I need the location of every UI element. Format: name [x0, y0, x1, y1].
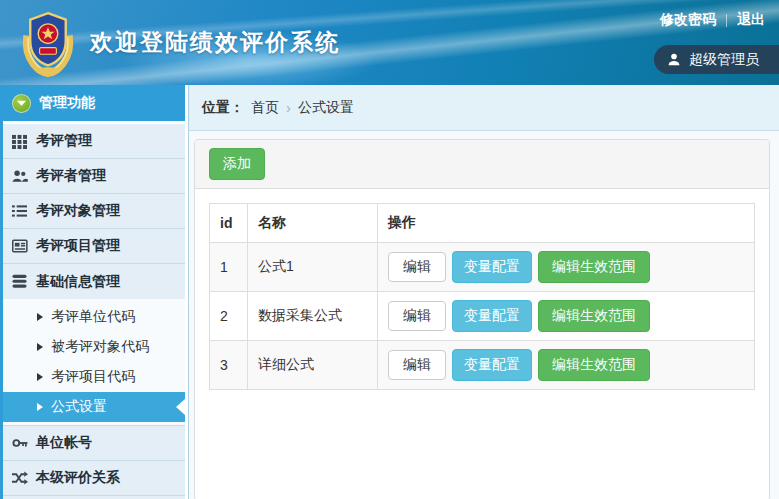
formula-panel: 添加 id 名称 操作 1 公式1	[194, 139, 770, 499]
panel-body: id 名称 操作 1 公式1 编辑 变量配置	[195, 189, 769, 404]
sidebar: 管理功能 考评管理 考评者管理	[0, 85, 185, 499]
sidebar-subitem-label: 考评单位代码	[51, 308, 135, 326]
column-header-id: id	[210, 204, 248, 243]
edit-scope-button[interactable]: 编辑生效范围	[538, 251, 650, 283]
sidebar-item-label: 本级评价关系	[36, 469, 120, 487]
table-row: 2 数据采集公式 编辑 变量配置 编辑生效范围	[210, 292, 755, 341]
sidebar-subitem-project-codes[interactable]: 考评项目代码	[3, 362, 185, 392]
database-icon	[12, 274, 29, 290]
logout-link[interactable]: 退出	[737, 11, 765, 29]
sidebar-subitem-formula-settings[interactable]: 公式设置	[3, 392, 185, 422]
caret-right-icon	[37, 343, 43, 351]
sidebar-subitem-assessed-target-codes[interactable]: 被考评对象代码	[3, 332, 185, 362]
newspaper-icon	[12, 238, 29, 254]
variable-config-button[interactable]: 变量配置	[452, 300, 532, 332]
user-badge[interactable]: 超级管理员	[654, 45, 779, 74]
breadcrumb-separator-icon: ›	[286, 99, 291, 116]
app-window: 欢迎登陆绩效评价系统 修改密码 退出 超级管理员 管理功能	[0, 0, 779, 499]
panel-toolbar: 添加	[195, 140, 769, 189]
links-divider	[726, 14, 727, 27]
sidebar-item-label: 基础信息管理	[36, 273, 120, 291]
caret-right-icon	[37, 403, 43, 411]
sidebar-subitem-label: 公式设置	[51, 398, 107, 416]
chevron-down-icon	[12, 94, 31, 113]
sidebar-item-label: 考评对象管理	[36, 202, 120, 220]
add-button[interactable]: 添加	[209, 148, 265, 180]
sidebar-header-management[interactable]: 管理功能	[3, 85, 185, 121]
sidebar-item-assessment-project-management[interactable]: 考评项目管理	[3, 229, 185, 264]
table-row: 3 详细公式 编辑 变量配置 编辑生效范围	[210, 341, 755, 390]
sidebar-item-basic-info-management[interactable]: 基础信息管理	[3, 264, 185, 299]
sidebar-item-label: 考评管理	[36, 132, 92, 150]
edit-scope-button[interactable]: 编辑生效范围	[538, 349, 650, 381]
variable-config-button[interactable]: 变量配置	[452, 349, 532, 381]
page-title: 欢迎登陆绩效评价系统	[90, 27, 340, 58]
header-links: 修改密码 退出	[660, 11, 765, 29]
caret-right-icon	[37, 373, 43, 381]
cell-name: 详细公式	[248, 341, 378, 390]
edit-button[interactable]: 编辑	[388, 350, 446, 380]
cell-actions: 编辑 变量配置 编辑生效范围	[378, 292, 755, 341]
sidebar-item-assessment-management[interactable]: 考评管理	[3, 124, 185, 159]
list-icon	[12, 203, 29, 219]
variable-config-button[interactable]: 变量配置	[452, 251, 532, 283]
edit-scope-button[interactable]: 编辑生效范围	[538, 300, 650, 332]
grid-icon	[12, 133, 29, 149]
breadcrumb-label: 位置：	[202, 99, 244, 117]
cell-id: 3	[210, 341, 248, 390]
header: 欢迎登陆绩效评价系统 修改密码 退出 超级管理员	[0, 0, 779, 85]
sidebar-subitem-label: 被考评对象代码	[51, 338, 149, 356]
sidebar-item-same-level-evaluation-relation[interactable]: 本级评价关系	[3, 461, 185, 496]
police-badge-logo	[20, 8, 76, 78]
cell-id: 1	[210, 243, 248, 292]
sidebar-item-label: 考评者管理	[36, 167, 106, 185]
edit-button[interactable]: 编辑	[388, 301, 446, 331]
sidebar-item-assessor-management[interactable]: 考评者管理	[3, 159, 185, 194]
sidebar-item-label: 单位帐号	[36, 434, 92, 452]
user-name: 超级管理员	[689, 51, 759, 69]
table-header-row: id 名称 操作	[210, 204, 755, 243]
edit-button[interactable]: 编辑	[388, 252, 446, 282]
caret-right-icon	[37, 313, 43, 321]
sidebar-subitem-label: 考评项目代码	[51, 368, 135, 386]
formula-table: id 名称 操作 1 公式1 编辑 变量配置	[209, 203, 755, 390]
cell-id: 2	[210, 292, 248, 341]
sidebar-header-label: 管理功能	[39, 94, 95, 112]
change-password-link[interactable]: 修改密码	[660, 11, 716, 29]
sidebar-item-assessment-target-management[interactable]: 考评对象管理	[3, 194, 185, 229]
sidebar-subitem-unit-codes[interactable]: 考评单位代码	[3, 302, 185, 332]
sidebar-item-label: 考评项目管理	[36, 237, 120, 255]
cell-actions: 编辑 变量配置 编辑生效范围	[378, 341, 755, 390]
breadcrumb-current: 公式设置	[298, 99, 354, 117]
breadcrumb: 位置： 首页 › 公式设置	[189, 85, 779, 131]
breadcrumb-home-link[interactable]: 首页	[251, 99, 279, 117]
column-header-actions: 操作	[378, 204, 755, 243]
table-row: 1 公式1 编辑 变量配置 编辑生效范围	[210, 243, 755, 292]
users-icon	[12, 168, 29, 184]
column-header-name: 名称	[248, 204, 378, 243]
shuffle-icon	[12, 470, 29, 486]
cell-name: 公式1	[248, 243, 378, 292]
user-icon	[667, 52, 681, 67]
main-content: 位置： 首页 › 公式设置 添加 id 名称 操作	[188, 85, 779, 499]
basic-info-submenu: 考评单位代码 被考评对象代码 考评项目代码 公式设置	[3, 299, 185, 426]
key-icon	[12, 435, 29, 451]
cell-actions: 编辑 变量配置 编辑生效范围	[378, 243, 755, 292]
cell-name: 数据采集公式	[248, 292, 378, 341]
sidebar-item-unit-account[interactable]: 单位帐号	[3, 426, 185, 461]
